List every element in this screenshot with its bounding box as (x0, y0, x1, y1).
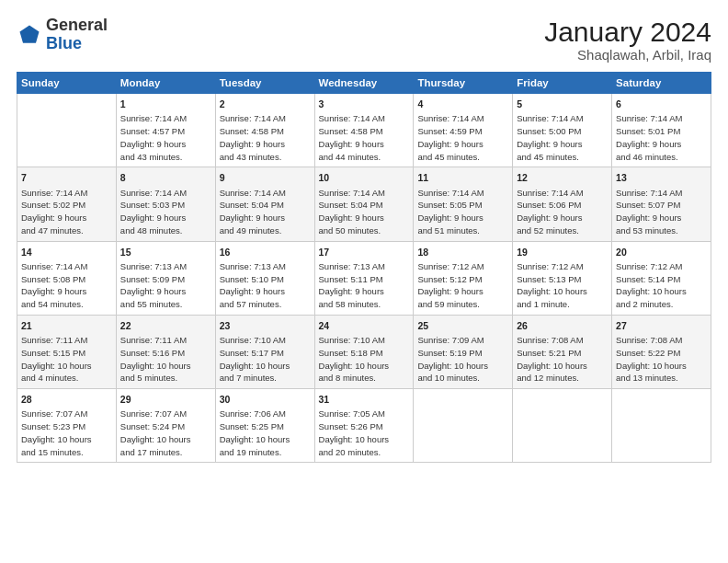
day-content: and 55 minutes. (120, 298, 211, 311)
calendar-week-row: 1Sunrise: 7:14 AMSunset: 4:57 PMDaylight… (17, 94, 711, 167)
day-content: Sunset: 4:57 PM (120, 125, 211, 138)
day-of-week-header: Saturday (612, 73, 711, 94)
day-number: 3 (319, 98, 410, 111)
day-number: 30 (220, 393, 311, 407)
calendar-week-row: 7Sunrise: 7:14 AMSunset: 5:02 PMDaylight… (17, 167, 711, 241)
calendar-day-cell: 17Sunrise: 7:13 AMSunset: 5:11 PMDayligh… (314, 241, 414, 315)
day-number: 13 (616, 171, 707, 185)
day-content: Sunrise: 7:09 AM (417, 334, 508, 347)
day-content: Sunset: 5:04 PM (220, 199, 311, 212)
day-content: Daylight: 10 hours (517, 360, 608, 373)
day-content: Sunset: 5:04 PM (319, 199, 410, 212)
day-content: and 43 minutes. (220, 151, 311, 164)
day-number: 1 (120, 98, 211, 111)
calendar-day-cell: 23Sunrise: 7:10 AMSunset: 5:17 PMDayligh… (215, 315, 314, 388)
day-content: Daylight: 10 hours (220, 360, 311, 373)
calendar-day-cell: 24Sunrise: 7:10 AMSunset: 5:18 PMDayligh… (314, 315, 414, 388)
header: General Blue January 2024 Shaqlawah, Arb… (17, 17, 711, 63)
calendar-header-row: SundayMondayTuesdayWednesdayThursdayFrid… (17, 73, 711, 94)
day-content: Daylight: 9 hours (120, 138, 211, 151)
day-number: 15 (120, 246, 211, 259)
day-content: Sunset: 5:25 PM (220, 420, 311, 433)
day-number: 27 (616, 319, 707, 333)
calendar-day-cell: 14Sunrise: 7:14 AMSunset: 5:08 PMDayligh… (17, 241, 117, 315)
day-content: Sunset: 5:21 PM (517, 347, 608, 360)
day-content: Sunset: 5:19 PM (417, 347, 508, 360)
logo: General Blue (17, 17, 108, 53)
page: General Blue January 2024 Shaqlawah, Arb… (0, 0, 728, 563)
day-content: Sunset: 4:59 PM (417, 125, 508, 138)
day-content: Daylight: 10 hours (319, 360, 410, 373)
day-content: Sunrise: 7:12 AM (517, 260, 608, 273)
day-number: 12 (517, 171, 608, 185)
day-content: Sunrise: 7:14 AM (21, 187, 112, 200)
day-content: and 52 minutes. (517, 224, 608, 237)
calendar-day-cell: 19Sunrise: 7:12 AMSunset: 5:13 PMDayligh… (513, 241, 612, 315)
day-content: and 45 minutes. (417, 151, 508, 164)
day-content: and 54 minutes. (21, 298, 112, 311)
day-number: 24 (319, 319, 410, 333)
calendar-day-cell: 26Sunrise: 7:08 AMSunset: 5:21 PMDayligh… (513, 315, 612, 388)
svg-marker-0 (20, 25, 40, 42)
day-content: and 15 minutes. (21, 446, 112, 459)
day-content: Daylight: 9 hours (21, 285, 112, 298)
calendar-week-row: 14Sunrise: 7:14 AMSunset: 5:08 PMDayligh… (17, 241, 711, 315)
day-number: 16 (220, 246, 311, 259)
day-content: Sunset: 5:07 PM (616, 199, 707, 212)
day-content: and 7 minutes. (220, 372, 311, 385)
day-content: Sunset: 5:12 PM (417, 273, 508, 286)
calendar-table: SundayMondayTuesdayWednesdayThursdayFrid… (17, 72, 711, 463)
day-content: Daylight: 9 hours (319, 138, 410, 151)
day-content: Sunset: 5:10 PM (220, 273, 311, 286)
day-content: Daylight: 9 hours (319, 285, 410, 298)
day-content: Daylight: 9 hours (120, 212, 211, 224)
day-number: 14 (21, 246, 112, 259)
day-content: Daylight: 10 hours (517, 285, 608, 298)
logo-general-text: General (46, 16, 108, 34)
day-content: Daylight: 9 hours (120, 285, 211, 298)
calendar-day-cell: 8Sunrise: 7:14 AMSunset: 5:03 PMDaylight… (116, 167, 215, 241)
day-number: 9 (220, 171, 311, 185)
calendar-day-cell: 25Sunrise: 7:09 AMSunset: 5:19 PMDayligh… (414, 315, 513, 388)
logo-blue-text: Blue (46, 34, 82, 52)
calendar-day-cell: 3Sunrise: 7:14 AMSunset: 4:58 PMDaylight… (314, 94, 414, 167)
day-content: Daylight: 10 hours (616, 360, 707, 373)
day-of-week-header: Sunday (17, 73, 117, 94)
day-content: Daylight: 10 hours (220, 433, 311, 446)
day-content: Sunset: 5:16 PM (120, 347, 211, 360)
day-content: and 44 minutes. (319, 151, 410, 164)
day-content: Sunrise: 7:11 AM (21, 334, 112, 347)
calendar-day-cell: 2Sunrise: 7:14 AMSunset: 4:58 PMDaylight… (215, 94, 314, 167)
day-number: 21 (21, 319, 112, 333)
calendar-day-cell: 21Sunrise: 7:11 AMSunset: 5:15 PMDayligh… (17, 315, 117, 388)
day-number: 25 (417, 319, 508, 333)
day-content: Daylight: 10 hours (21, 433, 112, 446)
day-content: Sunrise: 7:14 AM (120, 187, 211, 200)
calendar-day-cell (612, 389, 711, 463)
day-content: Sunrise: 7:08 AM (616, 334, 707, 347)
day-content: and 10 minutes. (417, 372, 508, 385)
day-content: Sunrise: 7:06 AM (220, 408, 311, 420)
calendar-day-cell: 11Sunrise: 7:14 AMSunset: 5:05 PMDayligh… (414, 167, 513, 241)
day-content: Sunrise: 7:12 AM (417, 260, 508, 273)
calendar-day-cell: 7Sunrise: 7:14 AMSunset: 5:02 PMDaylight… (17, 167, 117, 241)
calendar-day-cell: 4Sunrise: 7:14 AMSunset: 4:59 PMDaylight… (414, 94, 513, 167)
day-content: Sunrise: 7:14 AM (220, 112, 311, 125)
day-content: Daylight: 10 hours (120, 433, 211, 446)
day-content: Sunset: 5:11 PM (319, 273, 410, 286)
day-content: Daylight: 9 hours (517, 212, 608, 224)
day-content: and 43 minutes. (120, 151, 211, 164)
day-content: Daylight: 10 hours (616, 285, 707, 298)
day-content: Sunset: 5:18 PM (319, 347, 410, 360)
day-content: Sunrise: 7:11 AM (120, 334, 211, 347)
day-of-week-header: Thursday (414, 73, 513, 94)
day-content: Daylight: 9 hours (220, 212, 311, 224)
day-number: 4 (417, 98, 508, 111)
day-content: Sunset: 5:02 PM (21, 199, 112, 212)
day-content: and 5 minutes. (120, 372, 211, 385)
day-content: Sunrise: 7:14 AM (616, 187, 707, 200)
calendar-day-cell: 22Sunrise: 7:11 AMSunset: 5:16 PMDayligh… (116, 315, 215, 388)
day-content: Sunset: 4:58 PM (220, 125, 311, 138)
day-content: Daylight: 9 hours (616, 138, 707, 151)
day-content: Sunset: 5:15 PM (21, 347, 112, 360)
